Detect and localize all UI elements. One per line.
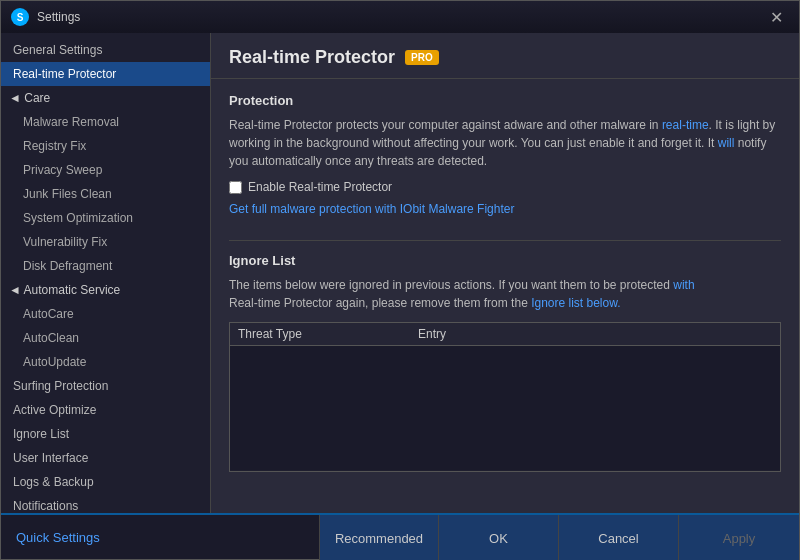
page-header: Real-time Protector PRO	[211, 33, 799, 79]
ignore-description: The items below were ignored in previous…	[229, 276, 781, 312]
sidebar-item-surfing-protection[interactable]: Surfing Protection	[1, 374, 210, 398]
sidebar-item-registry-fix[interactable]: Registry Fix	[1, 134, 210, 158]
col-threat-type: Threat Type	[238, 327, 418, 341]
enable-checkbox-label[interactable]: Enable Real-time Protector	[248, 180, 392, 194]
ignore-list-title: Ignore List	[229, 253, 781, 268]
app-icon: S	[11, 8, 29, 26]
sidebar-item-malware-removal[interactable]: Malware Removal	[1, 110, 210, 134]
ok-button[interactable]: OK	[439, 515, 559, 560]
highlight-ignore: Ignore list below.	[531, 296, 620, 310]
content-area: General Settings Real-time Protector ◄ C…	[1, 33, 799, 513]
highlight-will: will	[718, 136, 735, 150]
main-content: Real-time Protector PRO Protection Real-…	[211, 33, 799, 513]
sidebar-item-active-optimize[interactable]: Active Optimize	[1, 398, 210, 422]
footer-bar: Quick Settings Delete Recommended OK Can…	[1, 513, 799, 559]
ignore-list-section: Ignore List The items below were ignored…	[229, 253, 781, 472]
sidebar-item-care[interactable]: ◄ Care	[1, 86, 210, 110]
sidebar-item-autoupdate[interactable]: AutoUpdate	[1, 350, 210, 374]
enable-realtime-checkbox[interactable]	[229, 181, 242, 194]
sidebar-item-logs-backup[interactable]: Logs & Backup	[1, 470, 210, 494]
sidebar-item-autocare[interactable]: AutoCare	[1, 302, 210, 326]
apply-button[interactable]: Apply	[679, 515, 799, 560]
sidebar-item-autoclean[interactable]: AutoClean	[1, 326, 210, 350]
cancel-button[interactable]: Cancel	[559, 515, 679, 560]
sidebar-item-junk-files-clean[interactable]: Junk Files Clean	[1, 182, 210, 206]
sidebar-item-ignore-list[interactable]: Ignore List	[1, 422, 210, 446]
sidebar-item-automatic-service[interactable]: ◄ Automatic Service	[1, 278, 210, 302]
sidebar-item-vulnerability-fix[interactable]: Vulnerability Fix	[1, 230, 210, 254]
sidebar-item-general-settings[interactable]: General Settings	[1, 38, 210, 62]
close-button[interactable]: ✕	[764, 6, 789, 29]
title-bar: S Settings ✕	[1, 1, 799, 33]
malware-fighter-link[interactable]: Get full malware protection with IObit M…	[229, 202, 514, 216]
window-title: Settings	[37, 10, 764, 24]
section-divider	[229, 240, 781, 241]
main-body: Protection Real-time Protector protects …	[211, 79, 799, 513]
sidebar-item-realtime-protector[interactable]: Real-time Protector	[1, 62, 210, 86]
sidebar-item-notifications[interactable]: Notifications	[1, 494, 210, 513]
highlight-realtime: real-time	[662, 118, 709, 132]
protection-description: Real-time Protector protects your comput…	[229, 116, 781, 170]
footer-buttons: Recommended OK Cancel Apply	[319, 515, 799, 559]
table-body	[230, 346, 780, 470]
page-title: Real-time Protector	[229, 47, 395, 68]
quick-settings-link[interactable]: Quick Settings	[16, 530, 100, 545]
sidebar: General Settings Real-time Protector ◄ C…	[1, 33, 211, 513]
protection-section-title: Protection	[229, 93, 781, 108]
col-entry: Entry	[418, 327, 446, 341]
sidebar-item-disk-defragment[interactable]: Disk Defragment	[1, 254, 210, 278]
enable-checkbox-row: Enable Real-time Protector	[229, 180, 781, 194]
highlight-with: with	[673, 278, 694, 292]
ignore-list-table: Threat Type Entry	[229, 322, 781, 472]
sidebar-item-user-interface[interactable]: User Interface	[1, 446, 210, 470]
pro-badge: PRO	[405, 50, 439, 65]
settings-window: S Settings ✕ General Settings Real-time …	[0, 0, 800, 560]
recommended-button[interactable]: Recommended	[319, 515, 439, 560]
table-header: Threat Type Entry	[230, 323, 780, 346]
sidebar-item-system-optimization[interactable]: System Optimization	[1, 206, 210, 230]
sidebar-item-privacy-sweep[interactable]: Privacy Sweep	[1, 158, 210, 182]
